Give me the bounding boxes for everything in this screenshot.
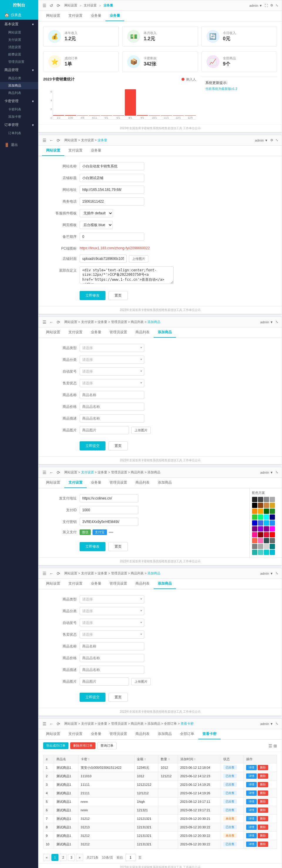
- tab6-goods-list[interactable]: 商品列表: [131, 729, 154, 739]
- sidebar-item-message-settings[interactable]: 消息设置: [0, 43, 38, 51]
- select2-type[interactable]: 请选择: [80, 595, 144, 603]
- input-prodname[interactable]: [80, 391, 144, 399]
- btn-delete-4[interactable]: 删除: [258, 790, 268, 796]
- select-autoissue[interactable]: 请选择: [80, 367, 144, 376]
- page-2[interactable]: 2: [60, 854, 67, 861]
- input2-price[interactable]: [80, 654, 144, 662]
- btn-detail-2[interactable]: 详情: [246, 773, 257, 779]
- swatch-20[interactable]: [270, 520, 275, 526]
- input-img[interactable]: [80, 426, 129, 434]
- btn-delete-6[interactable]: 删除: [258, 807, 268, 813]
- swatch-23[interactable]: [264, 526, 269, 531]
- swatch-18[interactable]: [258, 520, 263, 526]
- tab-payment-settings[interactable]: 支付设置: [64, 11, 87, 21]
- select-classify[interactable]: 请选择: [80, 355, 144, 364]
- tab3-business[interactable]: 业务量: [87, 328, 105, 338]
- tab2-site-settings[interactable]: 网站设置: [42, 146, 64, 156]
- swatch-2[interactable]: [258, 497, 263, 502]
- sidebar-item-goods-classify[interactable]: 商品分类: [0, 74, 38, 82]
- input-siteurl[interactable]: [80, 186, 144, 194]
- sidebar-item-payment-settings[interactable]: 支付设置: [0, 36, 38, 43]
- swatch-30[interactable]: [258, 538, 263, 543]
- admin-label3[interactable]: admin ▼: [260, 320, 273, 324]
- swatch-12[interactable]: [270, 508, 275, 514]
- sidebar-group-goods[interactable]: 商品管理 ▾: [0, 65, 38, 74]
- upload2-img-btn[interactable]: 上传图片: [131, 678, 151, 685]
- swatch-34[interactable]: [258, 544, 263, 549]
- tab3-manage[interactable]: 管理员设置: [105, 328, 131, 338]
- select-type[interactable]: 请选择: [80, 344, 144, 352]
- btn-export-orders[interactable]: 导出成功订单: [43, 742, 68, 749]
- menu-icon[interactable]: ☰: [42, 3, 47, 8]
- tab-site-settings[interactable]: 网站设置: [42, 11, 64, 21]
- input2-desc[interactable]: [80, 666, 144, 674]
- swatch-1[interactable]: [252, 497, 257, 502]
- reload-icon[interactable]: ⟳: [56, 3, 61, 8]
- input-icp[interactable]: [80, 232, 144, 241]
- swatch-5[interactable]: [252, 503, 257, 508]
- swatch-6[interactable]: [258, 503, 263, 508]
- tab3-site[interactable]: 网站设置: [42, 328, 64, 338]
- submit-site-settings-btn[interactable]: 立即修改: [80, 291, 105, 300]
- input-desc[interactable]: [80, 414, 144, 423]
- goto-input[interactable]: [125, 854, 136, 861]
- select2-classify[interactable]: 请选择: [80, 607, 144, 615]
- swatch-10[interactable]: [258, 508, 263, 514]
- btn-delete-8[interactable]: 删除: [258, 825, 268, 830]
- btn-delete-1[interactable]: 删除: [258, 765, 268, 770]
- back-icon4[interactable]: ←: [49, 470, 54, 475]
- input-price[interactable]: [80, 403, 144, 411]
- select-plugin[interactable]: 无插件 default: [80, 209, 113, 217]
- btn-delete-5[interactable]: 删除: [258, 799, 268, 804]
- tab5-site[interactable]: 网站设置: [42, 579, 64, 589]
- swatch-16[interactable]: [270, 515, 275, 520]
- btn-delete-7[interactable]: 删除: [258, 816, 268, 821]
- btn-detail-8[interactable]: 详情: [246, 825, 257, 830]
- swatch-3[interactable]: [264, 497, 269, 502]
- btn-detail-3[interactable]: 详情: [246, 782, 257, 787]
- page-3[interactable]: 3: [68, 854, 75, 861]
- tab3-goods-list[interactable]: 商品列表: [131, 328, 154, 338]
- cancel-site-settings-btn[interactable]: 置页: [108, 291, 128, 300]
- tab6-card-view[interactable]: 查看卡密: [198, 729, 221, 739]
- upload-img-btn[interactable]: 上传图片: [131, 427, 151, 434]
- swatch-28[interactable]: [270, 532, 275, 537]
- grid-view-icon[interactable]: ⊞: [274, 744, 277, 748]
- badge-alipay[interactable]: 支付宝: [93, 529, 107, 535]
- refresh-icon3[interactable]: ⟳: [56, 320, 61, 324]
- tab4-manage[interactable]: 管理员设置: [105, 478, 131, 488]
- swatch-14[interactable]: [258, 515, 263, 520]
- back-icon5[interactable]: ←: [49, 571, 54, 576]
- tab5-goods-add[interactable]: 添加商品: [154, 579, 176, 589]
- sidebar-item-freight-settings[interactable]: 邮费设置: [0, 51, 38, 58]
- btn-delete-3[interactable]: 删除: [258, 782, 268, 787]
- sidebar-item-site-settings[interactable]: 网站设置: [0, 29, 38, 36]
- admin-label[interactable]: admin ▼: [249, 4, 262, 7]
- back-icon3[interactable]: ←: [49, 320, 54, 324]
- swatch-22[interactable]: [258, 526, 263, 531]
- sidebar-item-order-list[interactable]: 订单列表: [0, 129, 38, 137]
- select-template[interactable]: 后台模板 blue: [80, 221, 113, 229]
- btn-delete-2[interactable]: 删除: [258, 773, 268, 779]
- swatch-4[interactable]: [270, 497, 275, 502]
- btn-query-orders[interactable]: 查询订单: [97, 742, 117, 749]
- sidebar-group-basic[interactable]: 基本设置 ▾: [0, 20, 38, 29]
- swatch-17[interactable]: [252, 520, 257, 526]
- input-shoptitle[interactable]: [80, 174, 144, 182]
- btn-delete-orders[interactable]: 删除所有订单: [70, 742, 95, 749]
- menu-icon5[interactable]: ☰: [42, 571, 47, 576]
- refresh-icon5[interactable]: ⟳: [56, 571, 61, 576]
- tab6-all-orders[interactable]: 全部订单: [176, 729, 198, 739]
- swatch-32[interactable]: [270, 538, 275, 543]
- tab5-manage[interactable]: 管理员设置: [105, 579, 131, 589]
- tab6-site[interactable]: 网站设置: [42, 729, 64, 739]
- tab4-payment[interactable]: 支付设置: [64, 478, 87, 488]
- sidebar-group-card[interactable]: 卡密管理 ▾: [0, 97, 38, 106]
- swatch-15[interactable]: [264, 515, 269, 520]
- expand-icon3[interactable]: ⤡: [276, 320, 278, 324]
- expand-icon5[interactable]: ⤡: [276, 571, 278, 575]
- page-prev[interactable]: «: [43, 854, 50, 861]
- tab4-site[interactable]: 网站设置: [42, 478, 64, 488]
- menu-icon2[interactable]: ☰: [42, 138, 47, 143]
- fullscreen-icon[interactable]: ⛶: [265, 4, 268, 7]
